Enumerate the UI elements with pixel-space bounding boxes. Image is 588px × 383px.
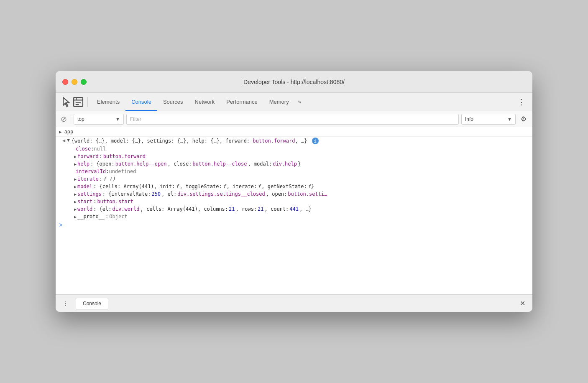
world-expand[interactable]: ▶: [74, 207, 77, 212]
tab-network[interactable]: Network: [189, 93, 221, 111]
tab-elements[interactable]: Elements: [91, 93, 125, 111]
prop-model[interactable]: ▶ model: {cells: Array(441), init: f, to…: [56, 183, 532, 190]
prop-settings[interactable]: ▶ settings: {intervalRate: 250, el: div.…: [56, 190, 532, 198]
expand-down-arrow[interactable]: ▼: [67, 138, 70, 143]
settings-expand[interactable]: ▶: [74, 192, 77, 197]
app-log-text: app: [64, 129, 74, 135]
console-toolbar: ⊘ top ▼ Info ▼ ⚙: [56, 111, 532, 127]
close-button[interactable]: [62, 79, 68, 85]
iterate-expand[interactable]: ▶: [74, 177, 77, 181]
tab-list: Elements Console Sources Network Perform…: [91, 93, 516, 111]
maximize-button[interactable]: [81, 79, 87, 85]
prop-start[interactable]: ▶ start: button.start: [56, 198, 532, 205]
devtools-window: Developer Tools - http://localhost:8080/…: [56, 71, 532, 312]
bottom-dots-button[interactable]: ⋮: [61, 299, 71, 309]
window-title: Developer Tools - http://localhost:8080/: [243, 79, 345, 85]
traffic-lights: [62, 79, 87, 85]
tab-more-button[interactable]: »: [295, 93, 304, 111]
minimize-button[interactable]: [72, 79, 77, 85]
prop-close: close: null: [56, 145, 532, 153]
start-expand[interactable]: ▶: [74, 199, 77, 204]
bottom-console-tab[interactable]: Console: [76, 298, 108, 309]
forward-expand[interactable]: ▶: [74, 154, 77, 159]
console-content: ▶ app ◀ ▼ {world: {…}, model: {…}, setti…: [56, 127, 532, 294]
cursor-icon[interactable]: [61, 96, 72, 108]
tab-separator: [87, 97, 88, 107]
prop-forward[interactable]: ▶ forward: button.forward: [56, 153, 532, 160]
main-object-row: ◀ ▼ {world: {…}, model: {…}, settings: {…: [56, 137, 532, 145]
object-preview: {world: {…}, model: {…}, settings: {…}, …: [72, 138, 319, 144]
cursor-indicator: >: [59, 222, 62, 229]
toolbar-divider: [71, 115, 71, 124]
filter-input[interactable]: [126, 114, 459, 125]
help-expand[interactable]: ▶: [74, 162, 77, 166]
tab-menu-button[interactable]: ⋮: [516, 96, 527, 108]
console-cursor-line: >: [56, 220, 532, 230]
bottom-close-button[interactable]: ✕: [517, 299, 527, 309]
tab-performance[interactable]: Performance: [220, 93, 263, 111]
prop-world[interactable]: ▶ world: {el: div.world, cells: Array(44…: [56, 205, 532, 213]
tab-bar: Elements Console Sources Network Perform…: [56, 93, 532, 111]
back-arrow: ◀: [62, 138, 65, 144]
app-log-row: ▶ app: [56, 127, 532, 137]
tab-memory[interactable]: Memory: [263, 93, 295, 111]
bottom-panel: ⋮ Console ✕: [56, 294, 532, 312]
console-settings-button[interactable]: ⚙: [518, 114, 529, 125]
app-expand-arrow[interactable]: ▶: [59, 129, 62, 135]
prop-help[interactable]: ▶ help: {open: button.help--open, close:…: [56, 160, 532, 168]
inspector-icon[interactable]: [72, 96, 84, 108]
clear-console-button[interactable]: ⊘: [59, 115, 68, 124]
proto-expand[interactable]: ▶: [74, 214, 77, 219]
title-bar: Developer Tools - http://localhost:8080/: [56, 71, 532, 93]
context-selector[interactable]: top ▼: [74, 114, 124, 125]
tab-console[interactable]: Console: [125, 93, 157, 111]
svg-rect-0: [74, 97, 83, 107]
model-expand[interactable]: ▶: [74, 184, 77, 189]
context-dropdown-arrow: ▼: [115, 117, 120, 122]
info-badge[interactable]: i: [312, 138, 319, 144]
prop-iterate[interactable]: ▶ iterate: f (): [56, 175, 532, 183]
tab-sources[interactable]: Sources: [157, 93, 189, 111]
prop-intervalid: intervalId: undefined: [56, 168, 532, 175]
level-dropdown-arrow: ▼: [507, 117, 512, 122]
log-level-selector[interactable]: Info ▼: [461, 114, 516, 125]
prop-proto[interactable]: ▶ __proto__: Object: [56, 213, 532, 220]
